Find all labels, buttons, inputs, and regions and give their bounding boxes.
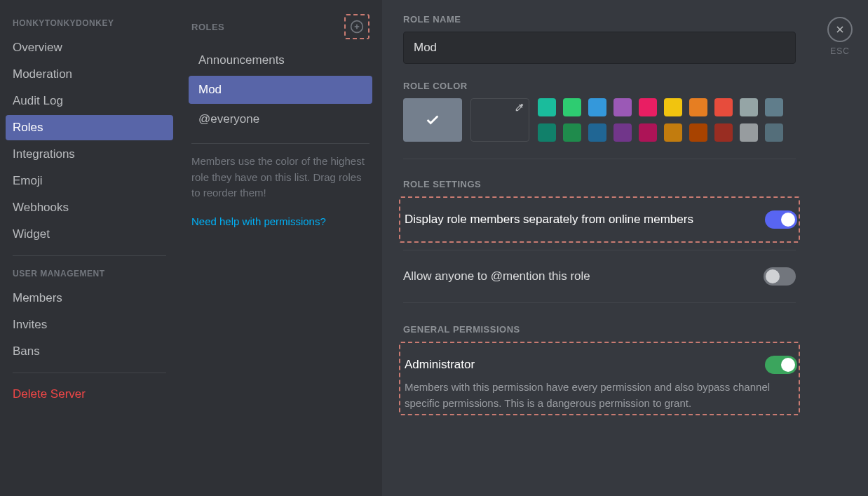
general-permissions-label: GENERAL PERMISSIONS	[403, 324, 847, 335]
check-icon	[425, 112, 440, 128]
allow-mention-toggle[interactable]	[764, 267, 796, 286]
role-name-label: ROLE NAME	[403, 14, 847, 25]
server-name-header: HONKYTONKYDONKEY	[6, 14, 173, 32]
nav-invites[interactable]: Invites	[6, 312, 173, 337]
color-swatch[interactable]	[740, 98, 758, 116]
role-item-mod[interactable]: Mod	[189, 76, 372, 104]
role-settings-label: ROLE SETTINGS	[403, 179, 847, 189]
color-swatch[interactable]	[664, 123, 682, 142]
color-swatch[interactable]	[588, 123, 606, 142]
nav-delete-server[interactable]: Delete Server	[6, 382, 173, 407]
color-swatch[interactable]	[765, 123, 783, 142]
color-swatch[interactable]	[613, 98, 632, 116]
role-color-label: ROLE COLOR	[403, 81, 847, 91]
color-picker	[403, 98, 847, 142]
divider	[403, 159, 796, 159]
role-item-announcements[interactable]: Announcements	[189, 46, 372, 74]
nav-moderation[interactable]: Moderation	[6, 62, 173, 87]
nav-emoji[interactable]: Emoji	[6, 168, 173, 194]
highlight-display-separately: Display role members separately from onl…	[399, 196, 800, 243]
color-swatch[interactable]	[563, 98, 581, 116]
administrator-description: Members with this permission have every …	[405, 380, 797, 411]
user-management-header: USER MANAGEMENT	[6, 264, 173, 283]
divider	[191, 143, 369, 144]
close-icon	[834, 24, 846, 35]
nav-bans[interactable]: Bans	[6, 339, 173, 364]
color-swatch[interactable]	[664, 98, 682, 116]
color-swatch[interactable]	[714, 123, 733, 142]
role-name-input[interactable]	[403, 32, 796, 64]
divider	[13, 373, 166, 373]
settings-sidebar: HONKYTONKYDONKEY Overview Moderation Aud…	[0, 0, 179, 496]
color-swatch[interactable]	[588, 98, 606, 116]
color-swatch[interactable]	[689, 123, 707, 142]
eyedropper-icon	[515, 102, 524, 115]
roles-list-panel: ROLES Announcements Mod @everyone Member…	[179, 0, 382, 496]
roles-title: ROLES	[191, 22, 224, 32]
color-swatch[interactable]	[740, 123, 758, 142]
highlight-administrator: Administrator Members with this permissi…	[399, 342, 800, 415]
roles-help-link[interactable]: Need help with permissions?	[189, 215, 372, 227]
display-separately-label: Display role members separately from onl…	[405, 213, 693, 227]
roles-help-text: Members use the color of the highest rol…	[189, 154, 372, 201]
plus-circle-icon	[350, 20, 364, 34]
allow-mention-label: Allow anyone to @mention this role	[403, 269, 590, 283]
divider	[403, 250, 796, 250]
esc-label: ESC	[830, 46, 850, 56]
divider	[13, 255, 166, 256]
nav-webhooks[interactable]: Webhooks	[6, 195, 173, 220]
role-edit-panel: ROLE NAME ROLE COLOR ROLE SETTINGS Displ…	[382, 0, 868, 496]
display-separately-toggle[interactable]	[765, 210, 797, 229]
nav-integrations[interactable]: Integrations	[6, 142, 173, 167]
default-color-swatch[interactable]	[403, 98, 462, 142]
color-swatch[interactable]	[714, 98, 733, 116]
color-swatch[interactable]	[563, 123, 581, 142]
administrator-toggle[interactable]	[765, 356, 797, 374]
nav-audit-log[interactable]: Audit Log	[6, 88, 173, 114]
color-swatch[interactable]	[613, 123, 632, 142]
color-swatch[interactable]	[765, 98, 783, 116]
custom-color-swatch[interactable]	[470, 98, 529, 142]
add-role-button[interactable]	[344, 14, 369, 39]
nav-members[interactable]: Members	[6, 286, 173, 311]
divider	[403, 302, 796, 303]
color-swatch[interactable]	[538, 123, 556, 142]
close-button[interactable]	[827, 17, 853, 42]
color-swatch[interactable]	[639, 98, 657, 116]
administrator-label: Administrator	[405, 358, 475, 372]
role-item-everyone[interactable]: @everyone	[189, 105, 372, 133]
nav-widget[interactable]: Widget	[6, 222, 173, 247]
nav-roles[interactable]: Roles	[6, 115, 173, 140]
color-swatch[interactable]	[538, 98, 556, 116]
color-swatch[interactable]	[689, 98, 707, 116]
nav-overview[interactable]: Overview	[6, 35, 173, 60]
color-swatch[interactable]	[639, 123, 657, 142]
